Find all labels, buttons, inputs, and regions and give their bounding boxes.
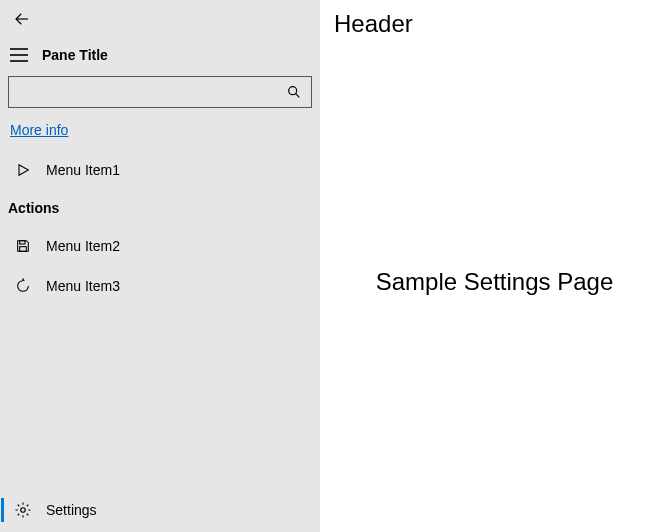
more-info-row: More info [0, 114, 320, 150]
back-button[interactable] [8, 5, 36, 33]
menu-item-2-label: Menu Item2 [46, 238, 120, 254]
more-info-link[interactable]: More info [10, 122, 68, 138]
search-box[interactable] [8, 76, 312, 108]
search-row [0, 72, 320, 114]
content-body: Sample Settings Page [334, 42, 655, 522]
menu-item-1-label: Menu Item1 [46, 162, 120, 178]
menu-item-2[interactable]: Menu Item2 [0, 226, 320, 266]
section-header-actions: Actions [0, 190, 320, 226]
hamburger-icon [10, 48, 28, 62]
gear-icon [14, 501, 32, 519]
svg-marker-6 [19, 165, 28, 176]
sample-settings-text: Sample Settings Page [376, 268, 613, 296]
page-header: Header [334, 10, 655, 38]
svg-rect-7 [20, 241, 25, 244]
save-icon [14, 237, 32, 255]
pane-title-row: Pane Title [0, 38, 320, 72]
svg-point-9 [21, 508, 26, 513]
hamburger-button[interactable] [8, 44, 30, 66]
back-arrow-icon [13, 10, 31, 28]
menu-item-1[interactable]: Menu Item1 [0, 150, 320, 190]
pane-title: Pane Title [42, 47, 108, 63]
settings-label: Settings [46, 502, 97, 518]
play-outline-icon [14, 161, 32, 179]
menu-item-3-label: Menu Item3 [46, 278, 120, 294]
svg-rect-8 [20, 247, 27, 252]
search-input[interactable] [9, 77, 311, 107]
refresh-icon [14, 277, 32, 295]
back-row [0, 0, 320, 38]
settings-footer-item[interactable]: Settings [0, 488, 320, 532]
content-area: Header Sample Settings Page [320, 0, 669, 532]
navigation-pane: Pane Title More info Menu Item1 Actions [0, 0, 320, 532]
menu-item-3[interactable]: Menu Item3 [0, 266, 320, 306]
